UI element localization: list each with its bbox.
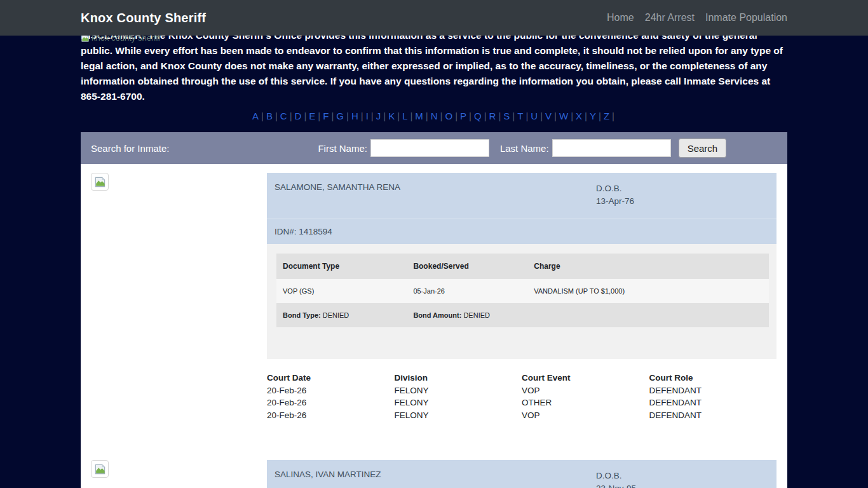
last-name-input[interactable] [552, 139, 671, 157]
alphabet-separator: | [484, 111, 487, 121]
alphabet-link-i[interactable]: I [365, 111, 369, 121]
col-court-event: Court Event [522, 372, 649, 384]
col-court-role: Court Role [649, 372, 777, 384]
alphabet-separator: | [612, 111, 614, 121]
alphabet-link-q[interactable]: Q [473, 111, 482, 121]
division: FELONY [395, 409, 522, 422]
nav-link-home[interactable]: Home [607, 12, 634, 24]
inmate-search-bar: Search for Inmate: First Name: Last Name… [81, 132, 787, 164]
alphabet-separator: | [261, 111, 264, 121]
alphabet-link-z[interactable]: Z [603, 111, 610, 121]
document-type-value: VOP (GS) [276, 279, 407, 303]
alphabet-separator: | [599, 111, 601, 121]
bond-type-cell: Bond Type: DENIED [276, 303, 407, 327]
alphabet-link-e[interactable]: E [308, 111, 316, 121]
inmate-dob-block: D.O.B. 23-Nov-95 [596, 470, 769, 488]
alphabet-separator: | [426, 111, 428, 121]
alphabet-link-b[interactable]: B [266, 111, 273, 121]
bond-type-label: Bond Type: [283, 311, 321, 319]
alphabet-link-n[interactable]: N [430, 111, 438, 121]
disclaimer-text: DISCLAIMER: The Knox County Sheriff's Of… [81, 28, 787, 104]
document-row: VOP (GS) 05-Jan-26 VANDALISM (UP TO $1,0… [276, 279, 769, 303]
top-navbar: Knox County Sheriff Home 24hr Arrest Inm… [0, 0, 868, 36]
alphabet-link-l[interactable]: L [402, 111, 408, 121]
bond-empty-cell [527, 303, 769, 327]
nav-links: Home 24hr Arrest Inmate Population [607, 12, 787, 24]
court-date: 20-Feb-26 [267, 409, 395, 422]
nav-link-inmate-population[interactable]: Inmate Population [705, 12, 787, 24]
alphabet-separator: | [585, 111, 587, 121]
search-button[interactable]: Search [679, 139, 727, 158]
mugshot-broken-image [91, 173, 109, 191]
inmate-name: SALAMONE, SAMANTHA RENA [275, 182, 596, 208]
court-header-row: Court Date Division Court Event Court Ro… [267, 372, 776, 384]
alphabet-separator: | [371, 111, 374, 121]
alphabet-separator: | [331, 111, 334, 121]
alphabet-link-c[interactable]: C [280, 111, 288, 121]
inmate-results-list: SALAMONE, SAMANTHA RENA D.O.B. 13-Apr-76… [81, 164, 787, 488]
court-row: 20-Feb-26 FELONY VOP DEFENDANT [267, 384, 776, 397]
bond-type-value: DENIED [323, 311, 349, 319]
alphabet-link-r[interactable]: R [489, 111, 497, 121]
alphabet-link-m[interactable]: M [414, 111, 424, 121]
alphabet-separator: | [540, 111, 543, 121]
documents-section: Document Type Booked/Served Charge VOP (… [267, 244, 776, 359]
court-role: DEFENDANT [649, 409, 777, 422]
inmate-record: SALINAS, IVAN MARTINEZ D.O.B. 23-Nov-95 [81, 460, 787, 488]
alphabet-link-j[interactable]: J [376, 111, 382, 121]
alphabet-link-a[interactable]: A [252, 111, 259, 121]
bond-amount-label: Bond Amount: [413, 311, 461, 319]
alphabet-separator: | [318, 111, 320, 121]
dob-value: 23-Nov-95 [596, 482, 769, 488]
dob-label: D.O.B. [596, 182, 769, 195]
alphabet-separator: | [383, 111, 386, 121]
col-charge: Charge [527, 254, 769, 279]
alphabet-link-k[interactable]: K [388, 111, 395, 121]
col-court-date: Court Date [267, 372, 395, 384]
alphabet-index: A|B|C|D|E|F|G|H|I|J|K|L|M|N|O|P|Q|R|S|T|… [81, 110, 787, 123]
bond-amount-value: DENIED [463, 311, 490, 319]
alphabet-separator: | [571, 111, 573, 121]
alphabet-separator: | [554, 111, 557, 121]
nav-link-24hr-arrest[interactable]: 24hr Arrest [645, 12, 695, 24]
alphabet-link-u[interactable]: U [530, 111, 538, 121]
disclaimer-section: knox county sheriff DISCLAIMER: The Knox… [81, 28, 787, 104]
court-event: VOP [522, 409, 649, 422]
bond-amount-cell: Bond Amount: DENIED [407, 303, 527, 327]
alphabet-separator: | [361, 111, 363, 121]
alphabet-separator: | [469, 111, 471, 121]
alphabet-separator: | [455, 111, 458, 121]
court-event: OTHER [522, 396, 649, 409]
alphabet-link-s[interactable]: S [503, 111, 510, 121]
alphabet-link-t[interactable]: T [517, 111, 524, 121]
alphabet-link-w[interactable]: W [559, 111, 569, 121]
inmate-dob-block: D.O.B. 13-Apr-76 [596, 182, 769, 208]
alphabet-link-p[interactable]: P [459, 111, 467, 121]
inmate-name: SALINAS, IVAN MARTINEZ [275, 470, 596, 488]
court-date: 20-Feb-26 [267, 384, 395, 397]
alphabet-link-y[interactable]: Y [589, 111, 597, 121]
inmate-card: SALINAS, IVAN MARTINEZ D.O.B. 23-Nov-95 [267, 460, 776, 488]
inmate-card-header: SALINAS, IVAN MARTINEZ D.O.B. 23-Nov-95 [267, 460, 776, 488]
alphabet-separator: | [275, 111, 278, 121]
court-events-table: Court Date Division Court Event Court Ro… [267, 372, 776, 421]
alphabet-link-h[interactable]: H [351, 111, 359, 121]
alphabet-separator: | [440, 111, 443, 121]
alphabet-separator: | [397, 111, 400, 121]
alphabet-link-o[interactable]: O [444, 111, 453, 121]
alphabet-link-v[interactable]: V [545, 111, 552, 121]
dob-value: 13-Apr-76 [596, 195, 769, 208]
col-booked-served: Booked/Served [407, 254, 527, 279]
documents-header-row: Document Type Booked/Served Charge [276, 254, 769, 279]
alphabet-link-f[interactable]: F [322, 111, 329, 121]
brand-title[interactable]: Knox County Sheriff [81, 11, 206, 25]
first-name-input[interactable] [370, 139, 489, 157]
division: FELONY [395, 384, 522, 397]
alphabet-link-x[interactable]: X [575, 111, 583, 121]
alphabet-link-g[interactable]: G [336, 111, 344, 121]
col-division: Division [395, 372, 522, 384]
alphabet-link-d[interactable]: D [294, 111, 302, 121]
charge-value: VANDALISM (UP TO $1,000) [527, 279, 769, 303]
alphabet-separator: | [512, 111, 515, 121]
col-document-type: Document Type [276, 254, 407, 279]
